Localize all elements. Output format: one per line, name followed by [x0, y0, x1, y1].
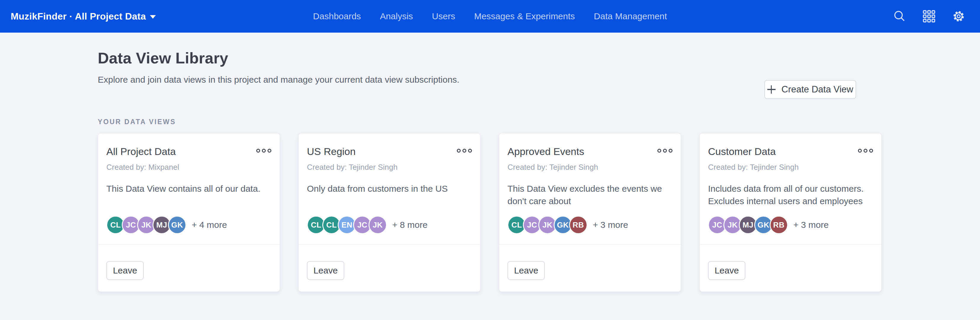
more-options-icon[interactable]: [655, 146, 673, 154]
leave-button[interactable]: Leave: [708, 261, 745, 280]
more-members-count: + 3 more: [593, 220, 628, 230]
card-title: Customer Data: [708, 146, 776, 157]
card-created-by: Created by: Tejinder Singh: [708, 163, 873, 172]
avatar: JK: [369, 216, 387, 234]
chevron-down-icon: [150, 15, 156, 19]
leave-button[interactable]: Leave: [508, 261, 545, 280]
project-switcher[interactable]: MuzikFinder · All Project Data: [11, 11, 156, 22]
card-description: This Data View contains all of our data.: [107, 183, 271, 195]
data-view-card: US Region Created by: Tejinder Singh Onl…: [298, 133, 480, 292]
project-switcher-label: MuzikFinder · All Project Data: [11, 11, 146, 22]
apps-grid-icon[interactable]: [922, 9, 936, 24]
main-nav: Dashboards Analysis Users Messages & Exp…: [313, 0, 667, 33]
more-members-count: + 4 more: [192, 220, 227, 230]
member-avatar-row: JC JK MJ GK RB + 3 more: [708, 216, 873, 234]
your-data-views-section-label: YOUR DATA VIEWS: [98, 118, 980, 126]
card-title: US Region: [307, 146, 355, 157]
data-view-card: All Project Data Created by: Mixpanel Th…: [98, 133, 280, 292]
search-icon[interactable]: [892, 9, 907, 24]
member-avatar-row: CL JC JK MJ GK + 4 more: [107, 216, 271, 234]
page-title: Data View Library: [98, 49, 980, 67]
more-members-count: + 3 more: [793, 220, 829, 230]
card-title: All Project Data: [107, 146, 176, 157]
leave-button[interactable]: Leave: [107, 261, 144, 280]
more-members-count: + 8 more: [392, 220, 428, 230]
avatar: RB: [569, 216, 587, 234]
data-view-card-list: All Project Data Created by: Mixpanel Th…: [98, 133, 980, 292]
nav-item-dashboards[interactable]: Dashboards: [313, 11, 361, 21]
more-options-icon[interactable]: [856, 146, 873, 154]
data-view-card: Approved Events Created by: Tejinder Sin…: [499, 133, 681, 292]
nav-item-data-management[interactable]: Data Management: [594, 11, 667, 21]
create-data-view-label: Create Data View: [781, 84, 853, 95]
more-options-icon[interactable]: [455, 146, 472, 154]
create-data-view-button[interactable]: Create Data View: [764, 80, 856, 99]
data-view-card: Customer Data Created by: Tejinder Singh…: [700, 133, 881, 292]
avatar: RB: [770, 216, 788, 234]
card-created-by: Created by: Tejinder Singh: [508, 163, 673, 172]
nav-item-users[interactable]: Users: [432, 11, 455, 21]
leave-button[interactable]: Leave: [307, 261, 344, 280]
nav-item-analysis[interactable]: Analysis: [380, 11, 413, 21]
avatar: GK: [168, 216, 186, 234]
card-description: Only data from customers in the US: [307, 183, 472, 195]
top-navigation-bar: MuzikFinder · All Project Data Dashboard…: [0, 0, 980, 33]
gear-icon[interactable]: [951, 9, 966, 24]
more-options-icon[interactable]: [255, 146, 271, 154]
member-avatar-row: CL CL EN JC JK + 8 more: [307, 216, 472, 234]
member-avatar-row: CL JC JK GK RB + 3 more: [508, 216, 673, 234]
card-description: Includes data from all of our customers.…: [708, 183, 873, 207]
plus-icon: [767, 85, 776, 94]
topbar-icon-group: [892, 9, 966, 24]
data-view-library-page: Data View Library Explore and join data …: [0, 33, 980, 292]
card-title: Approved Events: [508, 146, 584, 157]
card-created-by: Created by: Tejinder Singh: [307, 163, 472, 172]
nav-item-messages-experiments[interactable]: Messages & Experiments: [474, 11, 575, 21]
card-description: This Data View excludes the events we do…: [508, 183, 673, 207]
card-created-by: Created by: Mixpanel: [107, 163, 271, 172]
